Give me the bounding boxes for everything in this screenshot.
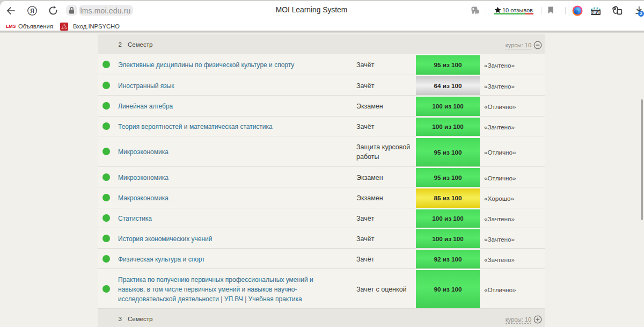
svg-text:NEW: NEW bbox=[591, 11, 601, 14]
svg-text:Я: Я bbox=[30, 8, 34, 14]
